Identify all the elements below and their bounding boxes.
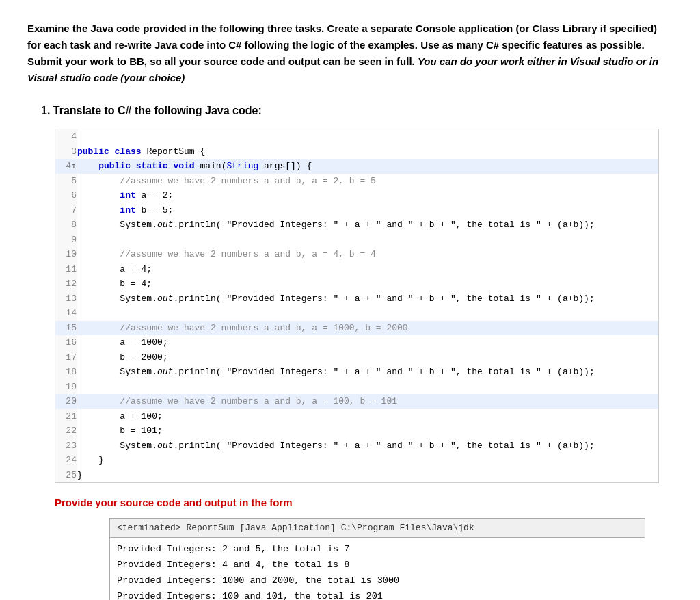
output-line: Provided Integers: 100 and 101, the tota…	[117, 589, 638, 600]
line-code: System.out.println( "Provided Integers: …	[77, 218, 658, 233]
code-table: 4 3public class ReportSum {4↥ public sta…	[55, 129, 658, 482]
line-code: //assume we have 2 numbers a and b, a = …	[77, 174, 658, 189]
line-code: public class ReportSum {	[77, 144, 658, 159]
output-line: Provided Integers: 4 and 4, the total is…	[117, 558, 638, 573]
output-header: <terminated> ReportSum [Java Application…	[110, 519, 645, 538]
line-code: b = 4;	[77, 276, 658, 291]
line-number: 15	[55, 321, 77, 336]
line-code: }	[77, 468, 658, 483]
line-number: 8	[55, 218, 77, 233]
intro-paragraph: Examine the Java code provided in the fo…	[27, 21, 673, 86]
line-code	[77, 380, 658, 395]
line-code: a = 100;	[77, 409, 658, 424]
line-code: //assume we have 2 numbers a and b, a = …	[77, 321, 658, 336]
output-line: Provided Integers: 1000 and 2000, the to…	[117, 573, 638, 589]
line-number: 24	[55, 453, 77, 468]
code-block: 4 3public class ReportSum {4↥ public sta…	[55, 129, 659, 483]
line-code: b = 2000;	[77, 350, 658, 365]
line-number: 12	[55, 276, 77, 291]
line-number: 10	[55, 247, 77, 262]
line-number: 25	[55, 468, 77, 483]
output-line: Provided Integers: 2 and 5, the total is…	[117, 542, 638, 558]
line-code: //assume we have 2 numbers a and b, a = …	[77, 394, 658, 409]
line-code: System.out.println( "Provided Integers: …	[77, 365, 658, 380]
provide-text: Provide your source code and output in t…	[55, 495, 673, 511]
line-code: b = 101;	[77, 423, 658, 439]
line-code: System.out.println( "Provided Integers: …	[77, 291, 658, 306]
line-number: 3	[55, 144, 77, 159]
line-number: 23	[55, 439, 77, 454]
line-number: 16	[55, 335, 77, 350]
task-1-heading: 1. Translate to C# the following Java co…	[41, 103, 673, 119]
line-number: 20	[55, 394, 77, 409]
line-code: a = 4;	[77, 262, 658, 277]
line-number: 18	[55, 365, 77, 380]
output-container: <terminated> ReportSum [Java Application…	[109, 518, 645, 601]
line-number: 21	[55, 409, 77, 424]
line-code: }	[77, 453, 658, 468]
line-number: 14	[55, 306, 77, 321]
line-number: 11	[55, 262, 77, 277]
line-code: System.out.println( "Provided Integers: …	[77, 439, 658, 454]
line-code	[77, 306, 658, 321]
line-number: 17	[55, 350, 77, 365]
line-number: 4↥	[55, 159, 77, 174]
line-code: int a = 2;	[77, 188, 658, 203]
output-body: Provided Integers: 2 and 5, the total is…	[110, 538, 645, 600]
line-number: 19	[55, 380, 77, 395]
line-code: public static void main(String args[]) {	[77, 159, 658, 174]
line-code	[77, 233, 658, 248]
line-number: 22	[55, 423, 77, 439]
line-number: 13	[55, 291, 77, 306]
line-code: int b = 5;	[77, 203, 658, 218]
line-code	[77, 129, 658, 144]
task-1-section: 1. Translate to C# the following Java co…	[27, 103, 673, 600]
line-number: 5	[55, 174, 77, 189]
line-number: 9	[55, 233, 77, 248]
line-code: a = 1000;	[77, 335, 658, 350]
line-number: 4	[55, 129, 77, 144]
line-code: //assume we have 2 numbers a and b, a = …	[77, 247, 658, 262]
line-number: 7	[55, 203, 77, 218]
line-number: 6	[55, 188, 77, 203]
